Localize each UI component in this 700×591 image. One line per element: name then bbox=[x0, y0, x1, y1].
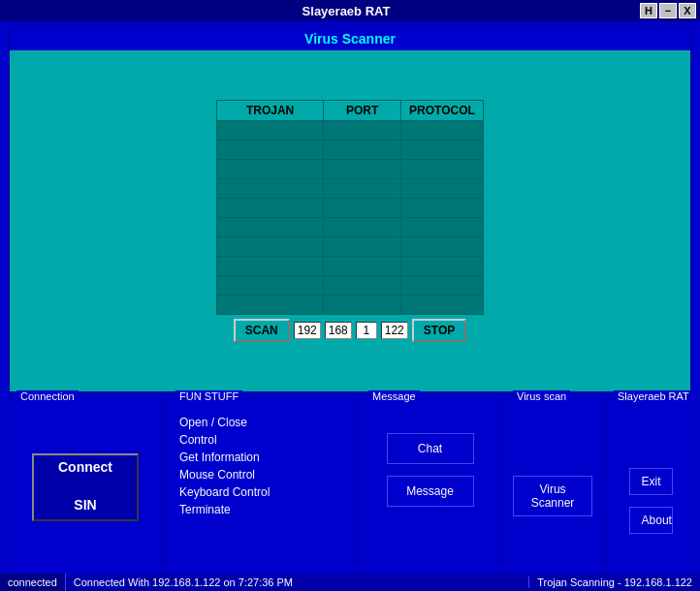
slayeraeb-panel-title: Slayeraeb RAT bbox=[614, 390, 693, 402]
fun-stuff-panel: FUN STUFF Open / CloseControlGet Informa… bbox=[167, 397, 356, 576]
status-trojan: Trojan Scanning - 192.168.1.122 bbox=[528, 576, 700, 588]
scan-table: TROJAN PORT PROTOCOL bbox=[216, 100, 484, 315]
fun-stuff-item[interactable]: Open / Close bbox=[175, 414, 347, 431]
col-trojan: TROJAN bbox=[217, 101, 324, 121]
scan-tbody bbox=[217, 121, 484, 315]
slayeraeb-item[interactable]: About bbox=[629, 507, 674, 534]
scan-button[interactable]: SCAN bbox=[234, 319, 290, 342]
table-row bbox=[217, 296, 484, 315]
virus-scan-panel-title: Virus scan bbox=[513, 390, 570, 402]
table-row bbox=[217, 160, 484, 179]
fun-items-container: Open / CloseControlGet InformationMouse … bbox=[175, 414, 347, 518]
scan-controls: SCAN STOP bbox=[234, 319, 466, 342]
minimize-button[interactable]: − bbox=[659, 3, 677, 18]
fun-stuff-item[interactable]: Control bbox=[175, 431, 347, 449]
table-row bbox=[217, 237, 484, 257]
window-title: Slayeraeb RAT bbox=[52, 4, 640, 18]
bottom-area: Connection ConnectSIN FUN STUFF Open / C… bbox=[8, 397, 692, 576]
slayeraeb-item[interactable]: Exit bbox=[629, 468, 674, 495]
virus-scanner-title: Virus Scanner bbox=[10, 27, 690, 50]
status-bar: connected Connected With 192.168.1.122 o… bbox=[0, 574, 700, 591]
table-row bbox=[217, 199, 484, 218]
connection-panel: Connection ConnectSIN bbox=[8, 397, 163, 576]
ip-octet-4[interactable] bbox=[381, 322, 408, 339]
message-panel-title: Message bbox=[368, 390, 420, 402]
fun-stuff-panel-title: FUN STUFF bbox=[175, 390, 242, 402]
slayer-items-container: ExitAbout bbox=[623, 468, 679, 534]
connect-button[interactable]: ConnectSIN bbox=[32, 453, 139, 521]
title-bar: Slayeraeb RAT H − X bbox=[0, 0, 700, 21]
col-protocol: PROTOCOL bbox=[401, 101, 484, 121]
status-connected: connected bbox=[0, 574, 66, 591]
message-panel: Message ChatMessage bbox=[360, 397, 500, 576]
col-port: PORT bbox=[324, 101, 401, 121]
table-row bbox=[217, 218, 484, 237]
close-button[interactable]: X bbox=[679, 3, 696, 18]
ip-octet-1[interactable] bbox=[294, 322, 321, 339]
title-bar-controls: H − X bbox=[640, 3, 696, 18]
fun-stuff-item[interactable]: Keyboard Control bbox=[175, 483, 347, 501]
ip-octet-3[interactable] bbox=[356, 322, 377, 339]
table-row bbox=[217, 121, 484, 140]
fun-stuff-item[interactable]: Terminate bbox=[175, 501, 347, 518]
fun-stuff-item[interactable]: Mouse Control bbox=[175, 466, 347, 483]
scanner-inner: TROJAN PORT PROTOCOL SCAN STOP bbox=[10, 50, 690, 391]
slayeraeb-panel: Slayeraeb RAT ExitAbout bbox=[605, 397, 697, 576]
status-message: Connected With 192.168.1.122 on 7:27:36 … bbox=[66, 576, 528, 588]
table-row bbox=[217, 276, 484, 296]
virus-scan-panel: Virus scan Virus Scanner bbox=[504, 397, 601, 576]
main-area: Virus Scanner TROJAN PORT PROTOCOL SCAN bbox=[8, 25, 692, 393]
ip-octet-2[interactable] bbox=[325, 322, 352, 339]
fun-stuff-item[interactable]: Get Information bbox=[175, 449, 347, 466]
table-row bbox=[217, 179, 484, 199]
table-row bbox=[217, 257, 484, 276]
message-item[interactable]: Chat bbox=[387, 433, 474, 464]
message-item[interactable]: Message bbox=[387, 476, 474, 507]
table-row bbox=[217, 140, 484, 160]
help-button[interactable]: H bbox=[640, 3, 657, 18]
message-items-container: ChatMessage bbox=[368, 433, 492, 507]
connection-panel-title: Connection bbox=[16, 390, 79, 402]
virus-scanner-button[interactable]: Virus Scanner bbox=[513, 476, 592, 516]
scanner-panel: TROJAN PORT PROTOCOL SCAN STOP bbox=[216, 100, 484, 342]
stop-button[interactable]: STOP bbox=[412, 319, 466, 342]
